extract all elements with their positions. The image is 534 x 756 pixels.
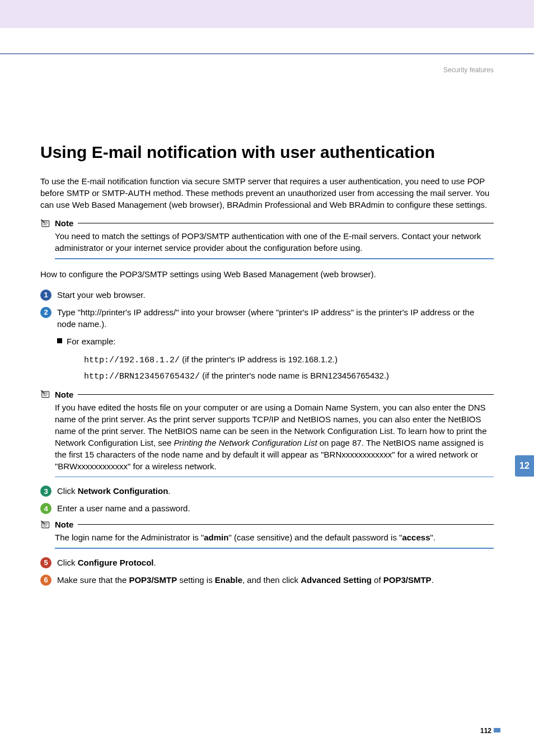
step-text: Enter a user name and a password. <box>57 502 494 514</box>
step-number-icon: 3 <box>40 486 51 497</box>
note-body-2: If you have edited the hosts file on you… <box>40 402 494 472</box>
note-body-3: The login name for the Administrator is … <box>40 531 494 543</box>
bullet-icon <box>57 338 62 343</box>
step-text: Click Network Configuration. <box>57 485 494 497</box>
note-label: Note <box>55 218 73 228</box>
note-divider-top <box>78 524 494 525</box>
example-desc: (if the printer's IP address is 192.168.… <box>180 354 338 364</box>
note-divider-top <box>78 223 494 223</box>
note-divider-bottom <box>55 258 494 259</box>
note-icon <box>40 219 51 228</box>
example-label: For example: <box>67 335 116 347</box>
note-body-1: You need to match the settings of POP3/S… <box>40 230 494 254</box>
note-icon <box>40 390 51 399</box>
note-divider-bottom <box>55 548 494 549</box>
note-label: Note <box>55 520 73 529</box>
step-text: Make sure that the POP3/SMTP setting is … <box>57 574 494 586</box>
example-block: For example: http://192.168.1.2/ (if the… <box>40 335 494 384</box>
note-label: Note <box>55 390 73 399</box>
step-text: Start your web browser. <box>57 289 494 301</box>
step-text: Click Configure Protocol. <box>57 557 494 568</box>
example-desc: (if the printer's node name is BRN123456… <box>200 371 389 380</box>
step-5: 5 Click Configure Protocol. <box>40 557 494 568</box>
code-text: http://192.168.1.2/ <box>84 356 180 365</box>
step-number-icon: 6 <box>40 575 51 586</box>
page-decor <box>494 728 500 732</box>
intro-text: To use the E-mail notification function … <box>40 175 494 211</box>
chapter-tab: 12 <box>515 455 534 477</box>
example-line-2: http://BRN123456765432/ (if the printer'… <box>57 368 494 384</box>
header-bar <box>0 0 534 28</box>
breadcrumb: Security features <box>443 66 494 74</box>
page-title: Using E-mail notification with user auth… <box>40 143 494 162</box>
note-block-2: Note If you have edited the hosts file o… <box>40 390 494 478</box>
step-number-icon: 1 <box>40 290 51 301</box>
note-divider-bottom <box>55 477 494 478</box>
step-text: Type "http://printer's IP address/" into… <box>57 306 494 330</box>
note-block-1: Note You need to match the settings of P… <box>40 218 494 259</box>
step-number-icon: 4 <box>40 503 51 514</box>
howto-text: How to configure the POP3/SMTP settings … <box>40 268 494 280</box>
note-icon <box>40 520 51 529</box>
example-line-1: http://192.168.1.2/ (if the printer's IP… <box>57 352 494 368</box>
step-2: 2 Type "http://printer's IP address/" in… <box>40 306 494 330</box>
step-4: 4 Enter a user name and a password. <box>40 502 494 514</box>
code-text: http://BRN123456765432/ <box>84 372 200 381</box>
step-3: 3 Click Network Configuration. <box>40 485 494 497</box>
step-number-icon: 5 <box>40 557 51 568</box>
page-number: 112 <box>480 727 491 735</box>
note-block-3: Note The login name for the Administrato… <box>40 520 494 549</box>
page-content: Using E-mail notification with user auth… <box>0 54 534 586</box>
note-divider-top <box>78 394 494 395</box>
step-6: 6 Make sure that the POP3/SMTP setting i… <box>40 574 494 586</box>
step-number-icon: 2 <box>40 307 51 318</box>
step-1: 1 Start your web browser. <box>40 289 494 301</box>
